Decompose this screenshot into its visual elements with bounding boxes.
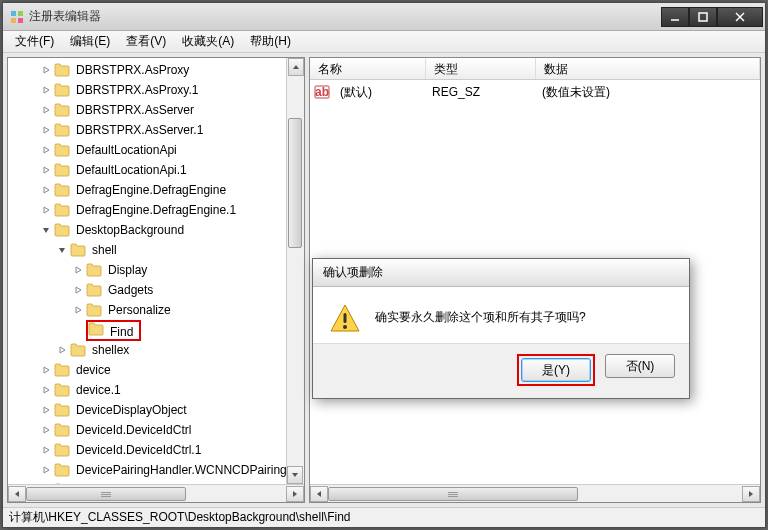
maximize-button[interactable]: [689, 7, 717, 27]
menu-help[interactable]: 帮助(H): [242, 30, 299, 53]
col-data[interactable]: 数据: [536, 58, 760, 79]
app-icon: [9, 9, 25, 25]
svg-rect-2: [11, 18, 16, 23]
registry-tree[interactable]: DBRSTPRX.AsProxyDBRSTPRX.AsProxy.1DBRSTP…: [8, 58, 304, 484]
expander-icon[interactable]: [40, 404, 52, 416]
dialog-message: 确实要永久删除这个项和所有其子项吗?: [375, 303, 586, 326]
tree-node[interactable]: device: [8, 360, 304, 380]
tree-node-label: shellex: [90, 342, 131, 358]
expander-icon[interactable]: [72, 264, 84, 276]
tree-node[interactable]: DesktopBackground: [8, 220, 304, 240]
scroll-left-icon[interactable]: [8, 486, 26, 502]
tree-node-label: shell: [90, 242, 119, 258]
folder-icon: [54, 403, 70, 417]
value-row[interactable]: ab (默认) REG_SZ (数值未设置): [310, 82, 760, 102]
dialog-body: 确实要永久删除这个项和所有其子项吗?: [313, 287, 689, 343]
expander-icon[interactable]: [72, 324, 84, 336]
status-path: 计算机\HKEY_CLASSES_ROOT\DesktopBackground\…: [9, 509, 350, 526]
minimize-button[interactable]: [661, 7, 689, 27]
yes-button[interactable]: 是(Y): [521, 358, 591, 382]
tree-node-label: Display: [106, 262, 149, 278]
tree-node[interactable]: Find: [8, 320, 304, 340]
expander-icon[interactable]: [40, 384, 52, 396]
expander-icon[interactable]: [40, 364, 52, 376]
scroll-right-icon[interactable]: [286, 486, 304, 502]
expander-icon[interactable]: [72, 304, 84, 316]
expander-icon[interactable]: [40, 444, 52, 456]
values-scrollbar-h[interactable]: [310, 484, 760, 502]
expander-icon[interactable]: [40, 64, 52, 76]
folder-icon: [54, 123, 70, 137]
titlebar[interactable]: 注册表编辑器: [3, 3, 765, 31]
tree-node-label: DBRSTPRX.AsServer: [74, 102, 196, 118]
folder-icon: [54, 363, 70, 377]
expander-icon[interactable]: [40, 184, 52, 196]
scroll-left-icon[interactable]: [310, 486, 328, 502]
expander-icon[interactable]: [40, 224, 52, 236]
scroll-right-icon[interactable]: [742, 486, 760, 502]
expander-icon[interactable]: [40, 424, 52, 436]
expander-icon[interactable]: [40, 464, 52, 476]
tree-node[interactable]: DevicePairingHandler.WCNNCDPairing: [8, 460, 304, 480]
tree-node[interactable]: shell: [8, 240, 304, 260]
tree-node-label: DBRSTPRX.AsProxy: [74, 62, 191, 78]
tree-node-label: DefragEngine.DefragEngine: [74, 182, 228, 198]
tree-scrollbar-h[interactable]: [8, 484, 304, 502]
tree-node[interactable]: shellex: [8, 340, 304, 360]
close-button[interactable]: [717, 7, 763, 27]
no-button[interactable]: 否(N): [605, 354, 675, 378]
selected-node-highlight: Find: [86, 320, 141, 341]
tree-node[interactable]: DeviceId.DeviceIdCtrl.1: [8, 440, 304, 460]
tree-node[interactable]: device.1: [8, 380, 304, 400]
menu-view[interactable]: 查看(V): [118, 30, 174, 53]
scroll-down-icon[interactable]: [287, 466, 303, 484]
tree-node[interactable]: DBRSTPRX.AsServer: [8, 100, 304, 120]
tree-node[interactable]: DBRSTPRX.AsServer.1: [8, 120, 304, 140]
tree-node-label: DeviceId.DeviceIdCtrl: [74, 422, 193, 438]
tree-node[interactable]: Gadgets: [8, 280, 304, 300]
tree-scrollbar-v[interactable]: [286, 58, 304, 484]
tree-node[interactable]: DBRSTPRX.AsProxy.1: [8, 80, 304, 100]
tree-node-label: DBRSTPRX.AsServer.1: [74, 122, 205, 138]
tree-node[interactable]: DeviceId.DeviceIdCtrl: [8, 420, 304, 440]
folder-icon: [54, 203, 70, 217]
menu-file[interactable]: 文件(F): [7, 30, 62, 53]
tree-node[interactable]: Display: [8, 260, 304, 280]
expander-icon[interactable]: [40, 104, 52, 116]
folder-icon: [70, 343, 86, 357]
expander-icon[interactable]: [56, 344, 68, 356]
folder-icon: [86, 263, 102, 277]
tree-node[interactable]: DefaultLocationApi: [8, 140, 304, 160]
scroll-thumb-v[interactable]: [288, 118, 302, 248]
folder-icon: [54, 183, 70, 197]
tree-node[interactable]: DeviceDisplayObject: [8, 400, 304, 420]
tree-panel: DBRSTPRX.AsProxyDBRSTPRX.AsProxy.1DBRSTP…: [7, 57, 305, 503]
tree-node[interactable]: DBRSTPRX.AsProxy: [8, 60, 304, 80]
expander-icon[interactable]: [40, 164, 52, 176]
expander-icon[interactable]: [56, 244, 68, 256]
col-name[interactable]: 名称: [310, 58, 426, 79]
folder-icon: [54, 383, 70, 397]
menu-edit[interactable]: 编辑(E): [62, 30, 118, 53]
col-type[interactable]: 类型: [426, 58, 536, 79]
scroll-up-icon[interactable]: [288, 58, 304, 76]
expander-icon[interactable]: [40, 204, 52, 216]
dialog-title[interactable]: 确认项删除: [313, 259, 689, 287]
menu-favorites[interactable]: 收藏夹(A): [174, 30, 242, 53]
tree-node[interactable]: DefragEngine.DefragEngine: [8, 180, 304, 200]
tree-node[interactable]: DefragEngine.DefragEngine.1: [8, 200, 304, 220]
folder-icon: [86, 303, 102, 317]
tree-node[interactable]: Personalize: [8, 300, 304, 320]
folder-icon: [54, 103, 70, 117]
expander-icon[interactable]: [40, 84, 52, 96]
tree-node[interactable]: DefaultLocationApi.1: [8, 160, 304, 180]
expander-icon[interactable]: [72, 284, 84, 296]
folder-icon: [54, 463, 70, 477]
list-body[interactable]: ab (默认) REG_SZ (数值未设置): [310, 80, 760, 104]
tree-node-label: DevicePairingHandler.WCNNCDPairing: [74, 462, 289, 478]
confirm-delete-dialog: 确认项删除 确实要永久删除这个项和所有其子项吗? 是(Y) 否(N): [312, 258, 690, 399]
tree-node-label: DBRSTPRX.AsProxy.1: [74, 82, 200, 98]
expander-icon[interactable]: [40, 124, 52, 136]
menubar: 文件(F) 编辑(E) 查看(V) 收藏夹(A) 帮助(H): [3, 31, 765, 53]
expander-icon[interactable]: [40, 144, 52, 156]
